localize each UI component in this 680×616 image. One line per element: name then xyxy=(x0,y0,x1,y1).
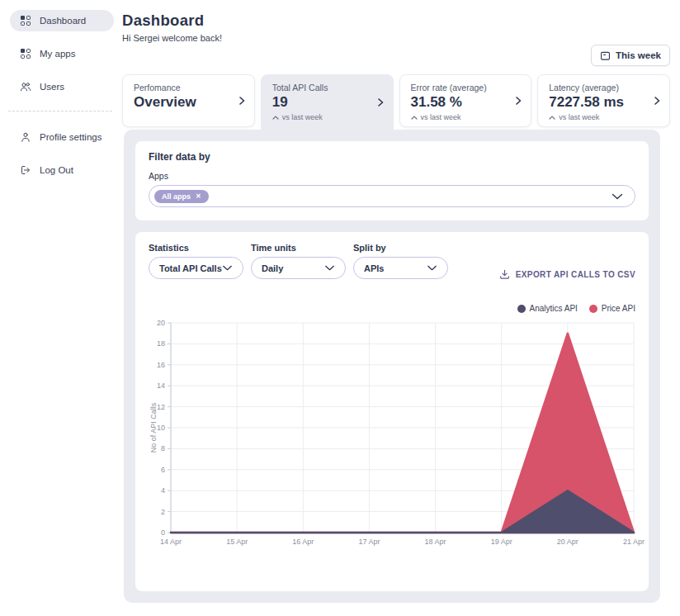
chevron-down-icon xyxy=(427,265,437,271)
svg-text:21 Apr: 21 Apr xyxy=(623,538,645,546)
svg-text:10: 10 xyxy=(157,424,165,432)
stat-card-trend: vs last week xyxy=(272,113,373,121)
statistics-control: Statistics Total API Calls xyxy=(149,243,243,279)
greeting-text: Hi Sergei welcome back! xyxy=(122,33,222,43)
svg-text:No of API Calls: No of API Calls xyxy=(149,402,158,453)
split-by-control: Split by APIs xyxy=(353,243,448,279)
split-by-select[interactable]: APIs xyxy=(353,257,448,279)
chevron-right-icon xyxy=(654,96,661,106)
stat-card-value: Overview xyxy=(134,94,234,111)
legend-item-analytics-api[interactable]: Analytics API xyxy=(517,304,578,313)
stat-card-value: 7227.58 ms xyxy=(549,94,649,111)
svg-text:16: 16 xyxy=(157,361,165,369)
export-csv-label: EXPORT API CALLS TO CSV xyxy=(516,270,635,279)
sidebar-item-users[interactable]: Users xyxy=(10,76,114,97)
users-icon xyxy=(20,81,31,92)
chevron-right-icon xyxy=(377,97,385,107)
stat-card-label: Error rate (average) xyxy=(411,83,512,92)
svg-text:19 Apr: 19 Apr xyxy=(491,538,512,546)
legend-dot-price xyxy=(589,305,597,313)
svg-text:18 Apr: 18 Apr xyxy=(425,538,446,546)
stat-card-label: Latency (average) xyxy=(549,83,649,92)
stat-card-value: 31.58 % xyxy=(411,94,512,111)
filter-title: Filter data by xyxy=(149,151,635,163)
caret-up-icon xyxy=(272,116,279,120)
time-units-control: Time units Daily xyxy=(251,243,346,279)
user-icon xyxy=(20,131,31,143)
sidebar-item-label: My apps xyxy=(40,49,75,59)
svg-text:16 Apr: 16 Apr xyxy=(292,538,314,546)
sidebar-item-label: Users xyxy=(40,82,64,92)
time-units-select-value: Daily xyxy=(262,263,283,273)
stat-card-value: 19 xyxy=(272,94,373,111)
sidebar-item-label: Dashboard xyxy=(40,16,86,26)
trend-label: vs last week xyxy=(282,113,323,121)
chevron-down-icon xyxy=(324,265,335,271)
sidebar-item-dashboard[interactable]: Dashboard xyxy=(10,10,114,31)
logout-icon xyxy=(20,164,31,176)
split-by-select-label: Split by xyxy=(353,243,448,253)
api-calls-area-chart: 0246810121416182014 Apr15 Apr16 Apr17 Ap… xyxy=(149,318,635,556)
svg-text:4: 4 xyxy=(161,486,165,495)
svg-text:14: 14 xyxy=(157,381,165,390)
svg-text:6: 6 xyxy=(161,466,165,474)
statistics-select-value: Total API Calls xyxy=(159,263,222,273)
svg-text:15 Apr: 15 Apr xyxy=(226,538,248,546)
chevron-down-icon xyxy=(612,193,623,200)
sidebar-item-label: Log Out xyxy=(40,165,73,175)
sidebar-item-my-apps[interactable]: My apps xyxy=(10,43,114,64)
stat-card-total-api-calls[interactable]: Total API Calls 19 vs last week xyxy=(261,74,394,130)
sidebar-item-label: Profile settings xyxy=(40,132,102,142)
apps-field-label: Apps xyxy=(149,171,635,181)
svg-text:20: 20 xyxy=(157,319,165,327)
page-title: Dashboard xyxy=(122,12,204,30)
sidebar-item-log-out[interactable]: Log Out xyxy=(10,159,114,181)
stat-card-label: Perfomance xyxy=(134,83,234,92)
sidebar: Dashboard My apps Users Profile settings… xyxy=(0,0,122,192)
stat-card-latency[interactable]: Latency (average) 7227.58 ms vs last wee… xyxy=(537,74,670,127)
date-range-button[interactable]: This week xyxy=(591,45,670,66)
export-csv-button[interactable]: EXPORT API CALLS TO CSV xyxy=(499,269,635,280)
svg-text:12: 12 xyxy=(157,403,165,411)
selected-app-chip[interactable]: All apps ✕ xyxy=(154,190,209,203)
stat-card-label: Total API Calls xyxy=(272,83,373,92)
sidebar-item-profile-settings[interactable]: Profile settings xyxy=(10,126,114,148)
svg-text:2: 2 xyxy=(161,508,165,516)
chip-label: All apps xyxy=(162,192,191,201)
legend-item-price-api[interactable]: Price API xyxy=(589,304,635,313)
grid-icon xyxy=(20,15,31,26)
legend-label: Analytics API xyxy=(530,304,578,313)
svg-text:14 Apr: 14 Apr xyxy=(160,538,182,546)
legend-dot-analytics xyxy=(517,305,526,313)
chevron-right-icon xyxy=(515,96,522,106)
chevron-down-icon xyxy=(222,265,233,271)
statistics-select-label: Statistics xyxy=(149,243,243,253)
stat-cards-row: Perfomance Overview Total API Calls 19 v… xyxy=(122,74,670,130)
svg-text:18: 18 xyxy=(157,339,165,348)
stat-card-trend: vs last week xyxy=(411,113,512,121)
stat-card-error-rate[interactable]: Error rate (average) 31.58 % vs last wee… xyxy=(399,74,532,127)
calendar-icon xyxy=(600,50,611,61)
stat-card-performance[interactable]: Perfomance Overview xyxy=(122,74,255,127)
trend-label: vs last week xyxy=(421,113,461,121)
svg-text:8: 8 xyxy=(161,444,165,453)
svg-text:0: 0 xyxy=(161,528,165,537)
svg-text:20 Apr: 20 Apr xyxy=(557,538,578,546)
grid-icon xyxy=(20,48,31,59)
legend-label: Price API xyxy=(602,304,635,313)
split-by-select-value: APIs xyxy=(364,263,384,273)
date-range-label: This week xyxy=(616,50,661,60)
svg-text:17 Apr: 17 Apr xyxy=(358,538,380,546)
statistics-panel: Statistics Total API Calls Time units Da… xyxy=(135,232,649,591)
dashboard-content-panel: Filter data by Apps All apps ✕ Statistic… xyxy=(124,130,660,603)
sidebar-divider xyxy=(8,111,112,111)
time-units-select-label: Time units xyxy=(251,243,346,253)
filter-panel: Filter data by Apps All apps ✕ xyxy=(135,141,649,220)
caret-up-icon xyxy=(411,116,418,120)
time-units-select[interactable]: Daily xyxy=(251,257,346,279)
apps-multiselect[interactable]: All apps ✕ xyxy=(149,185,635,207)
chevron-right-icon xyxy=(238,96,246,106)
trend-label: vs last week xyxy=(559,113,599,121)
statistics-select[interactable]: Total API Calls xyxy=(149,257,243,279)
remove-chip-icon[interactable]: ✕ xyxy=(196,193,201,200)
